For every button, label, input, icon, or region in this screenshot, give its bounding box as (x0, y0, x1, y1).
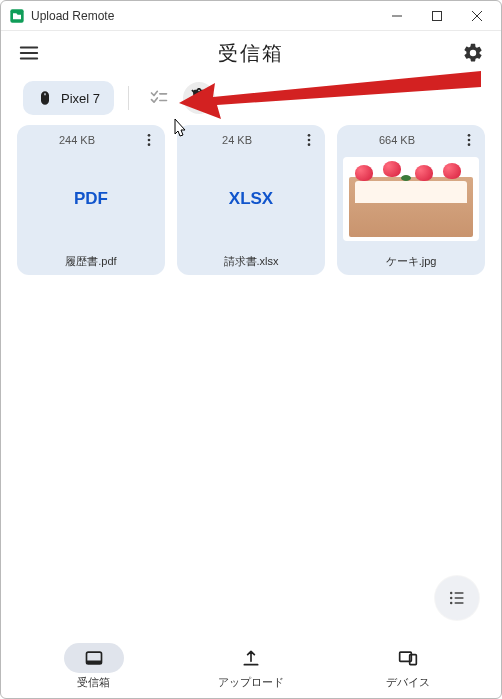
nav-inbox[interactable]: 受信箱 (15, 643, 172, 690)
bottom-nav: 受信箱 アップロード デバイス (1, 636, 501, 698)
file-card[interactable]: 664 KB ケーキ.jpg (337, 125, 485, 275)
devices-icon (398, 648, 418, 668)
window-minimize-button[interactable] (377, 2, 417, 30)
svg-point-3 (148, 139, 151, 142)
file-menu-button[interactable] (297, 128, 321, 152)
svg-point-10 (468, 143, 471, 146)
nav-upload[interactable]: アップロード (172, 643, 329, 690)
svg-point-4 (148, 143, 151, 146)
file-card[interactable]: 244 KB PDF 履歴書.pdf (17, 125, 165, 275)
file-size: 24 KB (177, 134, 297, 146)
svg-point-13 (450, 597, 453, 600)
file-name: 請求書.xlsx (177, 247, 325, 275)
svg-rect-14 (455, 597, 464, 599)
window-title: Upload Remote (31, 9, 114, 23)
svg-point-8 (468, 134, 471, 137)
view-list-fab[interactable] (435, 576, 479, 620)
svg-point-15 (450, 602, 453, 605)
file-size: 244 KB (17, 134, 137, 146)
kebab-icon (301, 132, 317, 148)
file-grid: 244 KB PDF 履歴書.pdf 24 KB XLSX 請求書.xlsx 6… (1, 125, 501, 275)
svg-rect-12 (455, 592, 464, 594)
file-name: ケーキ.jpg (337, 247, 485, 275)
checklist-icon (149, 88, 169, 108)
divider (128, 86, 129, 110)
page-title: 受信箱 (47, 40, 455, 67)
file-menu-button[interactable] (457, 128, 481, 152)
file-type-badge: XLSX (177, 151, 325, 247)
list-icon (447, 588, 467, 608)
window-titlebar: Upload Remote (1, 1, 501, 31)
file-card[interactable]: 24 KB XLSX 請求書.xlsx (177, 125, 325, 275)
nav-inbox-label: 受信箱 (77, 675, 110, 690)
file-name: 履歴書.pdf (17, 247, 165, 275)
device-chip[interactable]: Pixel 7 (23, 81, 114, 115)
svg-point-11 (450, 592, 453, 595)
kebab-icon (141, 132, 157, 148)
file-thumbnail (337, 151, 485, 247)
clipboard-off-icon (189, 88, 209, 108)
inbox-icon (84, 648, 104, 668)
nav-devices[interactable]: デバイス (330, 643, 487, 690)
cake-image (343, 157, 479, 241)
file-size: 664 KB (337, 134, 457, 146)
svg-point-2 (148, 134, 151, 137)
device-chip-label: Pixel 7 (61, 91, 100, 106)
settings-button[interactable] (455, 35, 491, 71)
nav-devices-label: デバイス (386, 675, 430, 690)
gear-icon (462, 42, 484, 64)
svg-point-9 (468, 139, 471, 142)
mouse-icon (37, 90, 53, 106)
menu-button[interactable] (11, 35, 47, 71)
nav-upload-label: アップロード (218, 675, 284, 690)
svg-point-6 (308, 139, 311, 142)
svg-rect-1 (433, 11, 442, 20)
paste-clipboard-button[interactable] (183, 82, 215, 114)
window-maximize-button[interactable] (417, 2, 457, 30)
filter-row: Pixel 7 (1, 75, 501, 125)
kebab-icon (461, 132, 477, 148)
window-close-button[interactable] (457, 2, 497, 30)
app-toolbar: 受信箱 (1, 31, 501, 75)
svg-point-5 (308, 134, 311, 137)
file-type-badge: PDF (17, 151, 165, 247)
select-all-button[interactable] (143, 82, 175, 114)
app-icon (9, 8, 25, 24)
file-menu-button[interactable] (137, 128, 161, 152)
svg-rect-18 (86, 660, 101, 663)
svg-rect-16 (455, 602, 464, 604)
upload-icon (241, 648, 261, 668)
svg-point-7 (308, 143, 311, 146)
